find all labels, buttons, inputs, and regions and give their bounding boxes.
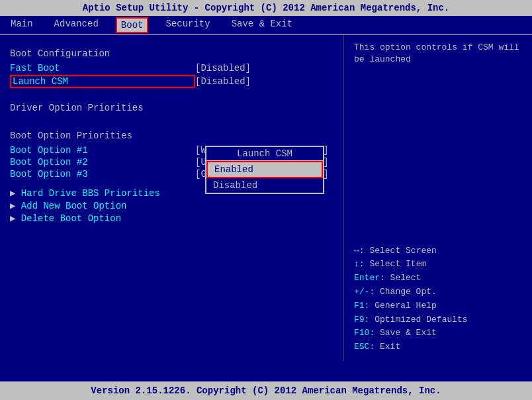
boot-config-header: Boot Configuration xyxy=(10,48,333,59)
fast-boot-value: [Disabled] xyxy=(195,63,251,74)
menu-item-save-exit[interactable]: Save & Exit xyxy=(228,17,296,33)
left-panel: Boot Configuration Fast Boot [Disabled] … xyxy=(0,35,344,361)
right-panel: This option controls if CSM will be laun… xyxy=(344,35,532,361)
launch-csm-value: [Disabled] xyxy=(195,76,251,87)
menu-item-advanced[interactable]: Advanced xyxy=(50,17,103,33)
legend-f10: F10: Save & Exit xyxy=(354,326,468,340)
main-content: Boot Configuration Fast Boot [Disabled] … xyxy=(0,35,532,361)
launch-csm-label[interactable]: Launch CSM xyxy=(10,75,195,88)
legend-f1: F1: General Help xyxy=(354,299,468,313)
title-bar: Aptio Setup Utility - Copyright (C) 2012… xyxy=(0,0,532,16)
add-new-boot-option-item[interactable]: Add New Boot Option xyxy=(10,200,333,211)
legend-esc: ESC: Exit xyxy=(354,340,468,354)
popup-title: Launch CSM xyxy=(206,147,323,161)
status-bar: Version 2.15.1226. Copyright (C) 2012 Am… xyxy=(0,381,532,400)
menu-bar: Main Advanced Boot Security Save & Exit xyxy=(0,16,532,35)
menu-item-main[interactable]: Main xyxy=(7,17,37,33)
boot-option-3-label[interactable]: Boot Option #3 xyxy=(10,169,195,179)
launch-csm-row: Launch CSM [Disabled] xyxy=(10,75,333,88)
legend: ↔: Select Screen ↕: Select Item Enter: S… xyxy=(354,244,468,354)
legend-enter-select: Enter: Select xyxy=(354,272,468,285)
driver-option-header: Driver Option Priorities xyxy=(10,103,333,113)
legend-f9: F9: Optimized Defaults xyxy=(354,313,468,327)
title-text: Aptio Setup Utility - Copyright (C) 2012… xyxy=(83,3,450,13)
popup-option-disabled[interactable]: Disabled xyxy=(206,178,323,193)
legend-select-item: ↕: Select Item xyxy=(354,258,468,272)
boot-option-1-label[interactable]: Boot Option #1 xyxy=(10,145,195,156)
menu-item-boot[interactable]: Boot xyxy=(116,17,149,33)
delete-boot-option-item[interactable]: Delete Boot Option xyxy=(10,213,333,224)
legend-select-screen: ↔: Select Screen xyxy=(354,244,468,258)
legend-change-opt: +/-: Change Opt. xyxy=(354,285,468,299)
menu-item-security[interactable]: Security xyxy=(161,17,214,33)
boot-option-header: Boot Option Priorities xyxy=(10,130,333,141)
popup-option-enabled[interactable]: Enabled xyxy=(206,161,323,178)
launch-csm-popup: Launch CSM Enabled Disabled xyxy=(205,146,324,194)
fast-boot-label[interactable]: Fast Boot xyxy=(10,63,195,74)
help-text: This option controls if CSM will be laun… xyxy=(354,42,522,66)
boot-option-2-label[interactable]: Boot Option #2 xyxy=(10,157,195,168)
status-text: Version 2.15.1226. Copyright (C) 2012 Am… xyxy=(91,385,441,396)
fast-boot-row: Fast Boot [Disabled] xyxy=(10,63,333,74)
